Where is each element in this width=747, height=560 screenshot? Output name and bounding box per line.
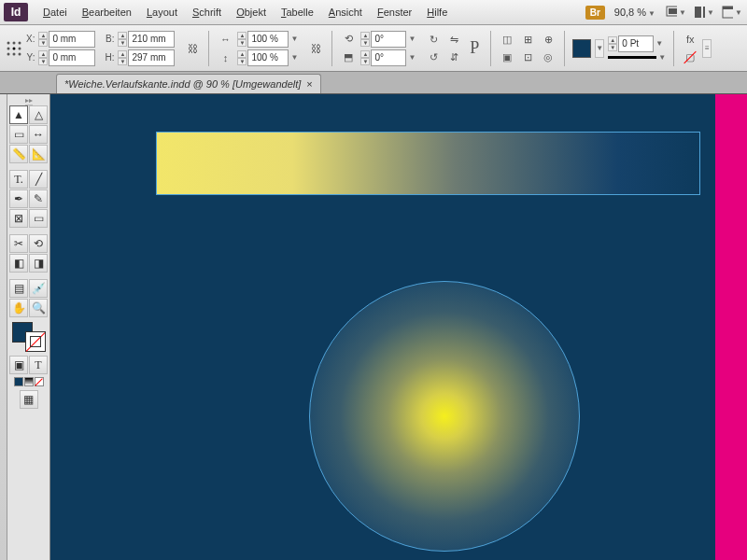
fit-content-icon[interactable]: ⊞: [519, 31, 536, 48]
menu-ansicht[interactable]: Ansicht: [321, 4, 370, 21]
scale-x-input[interactable]: ▲▼▼: [237, 31, 298, 48]
scissors-tool-icon[interactable]: ✂: [9, 234, 28, 253]
selection-tool-icon[interactable]: ▲: [9, 105, 28, 124]
gap-tool-icon[interactable]: ↔: [29, 125, 48, 144]
toolbox: ▸▸ ▲△ ▭↔ 📏📐 T.╱ ✒✎ ⊠▭ ✂⟲ ◧◨ ▤💉 ✋🔍 ▣T ▦: [7, 94, 50, 560]
shear-icon: ⬒: [340, 49, 357, 66]
select-container-icon[interactable]: ◫: [499, 31, 515, 48]
rotate-input[interactable]: ▲▼▼: [360, 31, 416, 48]
no-effect-icon[interactable]: ▢: [682, 49, 698, 65]
eyedropper-tool-icon[interactable]: 💉: [29, 279, 48, 298]
svg-point-10: [13, 47, 16, 49]
y-label: Y:: [26, 52, 35, 63]
canvas[interactable]: [50, 94, 747, 560]
h-label: H:: [105, 52, 114, 63]
menu-datei[interactable]: Datei: [35, 4, 75, 21]
char-proxy-icon: P: [466, 40, 483, 57]
arrange-docs-icon[interactable]: ▼: [693, 3, 715, 21]
gradient-rectangle-object[interactable]: [156, 132, 700, 195]
h-input[interactable]: ▲▼: [118, 49, 175, 66]
menu-bar: Id Datei Bearbeiten Layout Schrift Objek…: [0, 0, 747, 25]
pen-tool-icon[interactable]: ✒: [9, 189, 28, 208]
svg-point-12: [7, 52, 10, 55]
note-tool-icon[interactable]: ▤: [9, 279, 28, 298]
document-tab-title: *Weiche.Verlaufskante.indd @ 90 % [Umgew…: [64, 78, 301, 90]
workspace-switch-icon[interactable]: ▼: [721, 3, 743, 21]
toolbox-grip-icon[interactable]: ▸▸: [25, 96, 33, 105]
x-label: X:: [26, 34, 35, 44]
direct-selection-tool-icon[interactable]: △: [29, 105, 48, 124]
select-content-icon[interactable]: ▣: [499, 49, 515, 65]
zoom-tool-icon[interactable]: 🔍: [29, 299, 48, 317]
fill-frame-icon[interactable]: ◎: [540, 49, 557, 65]
menu-schrift[interactable]: Schrift: [185, 4, 229, 21]
stroke-style-preview[interactable]: [608, 56, 656, 59]
constrain-scale-icon[interactable]: ⛓: [307, 40, 324, 57]
menu-bearbeiten[interactable]: Bearbeiten: [75, 4, 139, 21]
flip-h-icon[interactable]: ⇋: [445, 31, 462, 48]
shear-input[interactable]: ▲▼▼: [360, 49, 416, 66]
fill-stroke-proxy[interactable]: [12, 322, 46, 352]
center-content-icon[interactable]: ⊕: [540, 31, 557, 48]
panel-reveal-strip[interactable]: [0, 94, 7, 560]
document-tab[interactable]: *Weiche.Verlaufskante.indd @ 90 % [Umgew…: [56, 74, 321, 93]
fill-swatch-menu[interactable]: ▼: [595, 39, 604, 58]
constrain-wh-icon[interactable]: ⛓: [184, 40, 201, 57]
rotate-icon: ⟲: [340, 31, 357, 48]
svg-rect-2: [695, 7, 701, 18]
panel-menu-icon[interactable]: ≡: [702, 39, 712, 58]
stroke-weight-input[interactable]: ▲▼▼: [608, 35, 666, 52]
formatting-container-icon[interactable]: ▣: [9, 356, 28, 374]
formatting-text-icon[interactable]: T: [29, 356, 48, 374]
pencil-tool-icon[interactable]: ✎: [29, 189, 48, 208]
menu-fenster[interactable]: Fenster: [370, 4, 419, 21]
svg-point-8: [19, 41, 21, 44]
y-input[interactable]: ▲▼: [38, 49, 95, 66]
line-tool-icon[interactable]: ╱: [29, 170, 48, 189]
transform-tool-icon[interactable]: ⟲: [29, 234, 48, 253]
fill-swatch[interactable]: [572, 39, 591, 58]
menu-objekt[interactable]: Objekt: [229, 4, 274, 21]
svg-point-6: [7, 41, 10, 44]
flip-v-icon[interactable]: ⇵: [445, 49, 462, 65]
apply-color-icon[interactable]: [14, 377, 23, 386]
x-input[interactable]: ▲▼: [38, 31, 95, 48]
gradient-feather-tool-icon[interactable]: ◨: [29, 254, 48, 273]
tab-close-icon[interactable]: ×: [306, 78, 312, 90]
menu-tabelle[interactable]: Tabelle: [274, 4, 321, 21]
apply-gradient-icon[interactable]: [24, 377, 34, 386]
measure-tool-icon[interactable]: 📐: [29, 145, 48, 163]
effects-icon[interactable]: fx: [682, 31, 698, 48]
gradient-swatch-tool-icon[interactable]: ◧: [9, 254, 28, 273]
bleed-area: [715, 94, 747, 560]
menu-layout[interactable]: Layout: [139, 4, 185, 21]
page-tool-icon[interactable]: ▭: [9, 125, 28, 144]
rotate-ccw-icon[interactable]: ↺: [425, 49, 442, 65]
svg-rect-5: [723, 7, 733, 9]
screen-mode-icon[interactable]: ▼: [665, 3, 687, 21]
rect-tool-icon[interactable]: ▭: [29, 209, 48, 228]
fit-frame-icon[interactable]: ⊡: [519, 49, 536, 65]
svg-point-13: [13, 52, 16, 55]
w-input[interactable]: ▲▼: [118, 31, 175, 48]
bridge-badge[interactable]: Br: [585, 6, 605, 20]
rotate-cw-icon[interactable]: ↻: [425, 31, 442, 48]
apply-none-icon[interactable]: [35, 377, 44, 386]
size-fields: B: ▲▼ H: ▲▼: [105, 31, 175, 66]
reference-point-icon[interactable]: [6, 40, 22, 57]
rect-frame-tool-icon[interactable]: ⊠: [9, 209, 28, 228]
apply-color-row: [14, 377, 44, 386]
hand-tool-icon[interactable]: ✋: [9, 299, 28, 317]
workspace: ▸▸ ▲△ ▭↔ 📏📐 T.╱ ✒✎ ⊠▭ ✂⟲ ◧◨ ▤💉 ✋🔍 ▣T ▦: [0, 94, 747, 560]
zoom-display[interactable]: 90,8 %▼: [611, 5, 659, 20]
scale-x-icon: ↔: [217, 31, 233, 48]
type-tool-icon[interactable]: T.: [9, 170, 28, 189]
view-mode-icon[interactable]: ▦: [20, 390, 38, 409]
svg-point-7: [13, 41, 16, 44]
w-label: B:: [105, 34, 114, 44]
scale-y-input[interactable]: ▲▼▼: [237, 49, 298, 66]
ruler-tool-icon[interactable]: 📏: [9, 145, 28, 163]
menu-hilfe[interactable]: Hilfe: [419, 4, 455, 21]
stroke-color-icon[interactable]: [25, 331, 46, 352]
radial-gradient-circle-object[interactable]: [309, 281, 580, 552]
